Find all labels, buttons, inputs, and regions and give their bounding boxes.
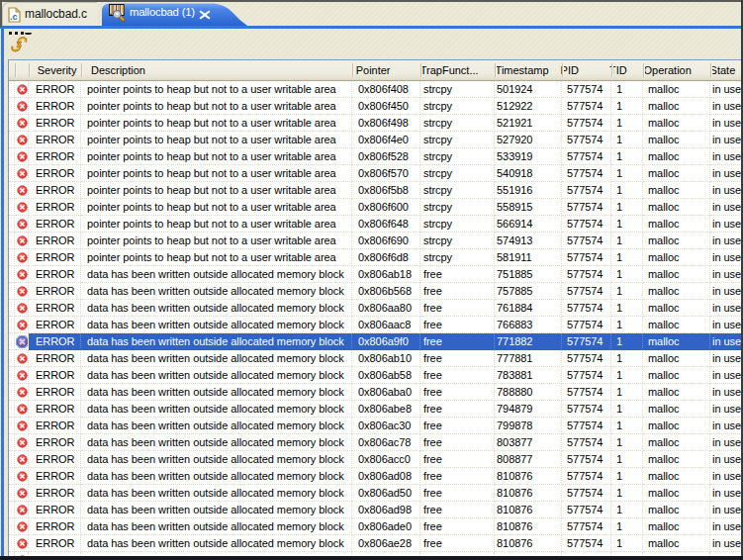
svg-text:.c: .c (10, 12, 18, 22)
